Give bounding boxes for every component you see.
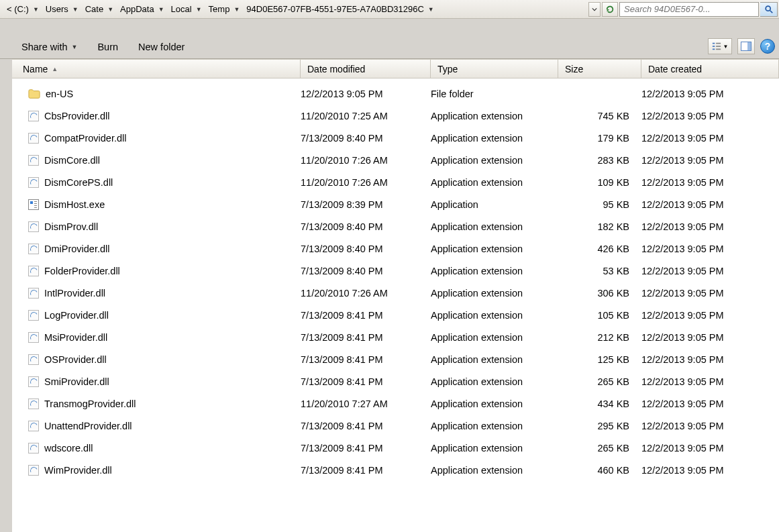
column-date-created[interactable]: Date created bbox=[641, 60, 779, 78]
file-type: Application extension bbox=[431, 177, 558, 188]
breadcrumb-segment[interactable]: Users▼ bbox=[43, 2, 83, 17]
file-date-modified: 11/20/2010 7:27 AM bbox=[301, 398, 431, 409]
dll-icon bbox=[28, 288, 39, 299]
dll-icon bbox=[28, 332, 39, 343]
file-name: en-US bbox=[46, 89, 73, 99]
file-row[interactable]: DismProv.dll7/13/2009 8:40 PMApplication… bbox=[12, 215, 779, 237]
search-button[interactable] bbox=[760, 2, 778, 17]
chevron-down-icon: ▼ bbox=[107, 6, 113, 13]
svg-rect-4 bbox=[712, 46, 715, 47]
file-date-modified: 11/20/2010 7:26 AM bbox=[301, 155, 431, 166]
file-type: Application extension bbox=[431, 465, 558, 476]
breadcrumb-label: Users bbox=[46, 4, 68, 14]
file-row[interactable]: CompatProvider.dll7/13/2009 8:40 PMAppli… bbox=[12, 127, 779, 149]
file-date-created: 12/2/2013 9:05 PM bbox=[641, 111, 779, 121]
file-size: 265 KB bbox=[558, 376, 641, 387]
file-row[interactable]: DismCore.dll11/20/2010 7:26 AMApplicatio… bbox=[12, 149, 779, 171]
file-type: Application extension bbox=[431, 288, 558, 299]
breadcrumb-segment[interactable]: AppData▼ bbox=[117, 2, 168, 17]
file-row[interactable]: DismCorePS.dll11/20/2010 7:26 AMApplicat… bbox=[12, 171, 779, 193]
chevron-down-icon: ▼ bbox=[428, 6, 434, 13]
new-folder-button[interactable]: New folder bbox=[137, 40, 186, 54]
column-size[interactable]: Size bbox=[558, 60, 641, 78]
file-row[interactable]: LogProvider.dll7/13/2009 8:41 PMApplicat… bbox=[12, 304, 779, 326]
file-row[interactable]: DmiProvider.dll7/13/2009 8:40 PMApplicat… bbox=[12, 237, 779, 260]
breadcrumb-label: Temp bbox=[209, 4, 230, 14]
file-date-modified: 11/20/2010 7:26 AM bbox=[301, 177, 431, 188]
file-size: 105 KB bbox=[558, 310, 641, 321]
file-type: Application extension bbox=[431, 221, 558, 232]
file-date-modified: 7/13/2009 8:40 PM bbox=[301, 133, 431, 144]
burn-button[interactable]: Burn bbox=[96, 40, 119, 54]
file-date-created: 12/2/2013 9:05 PM bbox=[641, 465, 779, 476]
file-type: Application extension bbox=[431, 443, 558, 454]
file-row[interactable]: OSProvider.dll7/13/2009 8:41 PMApplicati… bbox=[12, 348, 779, 370]
breadcrumb[interactable]: < (C:)▼Users▼Cate▼AppData▼Local▼Temp▼94D… bbox=[1, 2, 588, 17]
column-type-label: Type bbox=[437, 64, 458, 74]
file-date-created: 12/2/2013 9:05 PM bbox=[641, 354, 779, 365]
file-name: CbsProvider.dll bbox=[44, 111, 110, 121]
file-row[interactable]: IntlProvider.dll11/20/2010 7:26 AMApplic… bbox=[12, 282, 779, 304]
address-dropdown[interactable] bbox=[588, 2, 601, 17]
search-input[interactable] bbox=[620, 4, 758, 14]
file-row[interactable]: SmiProvider.dll7/13/2009 8:41 PMApplicat… bbox=[12, 370, 779, 392]
new-folder-label: New folder bbox=[138, 42, 185, 52]
column-type[interactable]: Type bbox=[431, 60, 558, 78]
file-size: 745 KB bbox=[558, 111, 641, 121]
chevron-down-icon: ▼ bbox=[72, 44, 78, 50]
file-size: 283 KB bbox=[558, 155, 641, 166]
file-row[interactable]: CbsProvider.dll11/20/2010 7:25 AMApplica… bbox=[12, 105, 779, 127]
breadcrumb-label: AppData bbox=[120, 4, 154, 14]
breadcrumb-segment[interactable]: Cate▼ bbox=[83, 2, 117, 17]
file-row[interactable]: WimProvider.dll7/13/2009 8:41 PMApplicat… bbox=[12, 459, 779, 481]
column-size-label: Size bbox=[565, 64, 583, 74]
dll-icon bbox=[28, 244, 39, 254]
file-row[interactable]: wdscore.dll7/13/2009 8:41 PMApplication … bbox=[12, 437, 779, 459]
help-button[interactable]: ? bbox=[760, 39, 775, 54]
dll-icon bbox=[28, 310, 39, 321]
file-date-created: 12/2/2013 9:05 PM bbox=[641, 199, 779, 210]
column-date-modified[interactable]: Date modified bbox=[301, 60, 431, 78]
view-options-button[interactable]: ▼ bbox=[708, 38, 732, 54]
breadcrumb-label: Local bbox=[171, 4, 192, 14]
svg-rect-5 bbox=[716, 46, 721, 47]
file-type: Application extension bbox=[431, 244, 558, 254]
search-box[interactable] bbox=[619, 2, 759, 17]
file-type: Application extension bbox=[431, 398, 558, 409]
svg-point-0 bbox=[766, 6, 770, 11]
file-row[interactable]: MsiProvider.dll7/13/2009 8:41 PMApplicat… bbox=[12, 326, 779, 348]
breadcrumb-label: Cate bbox=[85, 4, 103, 14]
file-list: Name ▲ Date modified Type Size Date crea… bbox=[12, 59, 779, 532]
file-date-modified: 7/13/2009 8:40 PM bbox=[301, 221, 431, 232]
svg-rect-7 bbox=[716, 49, 721, 50]
file-row[interactable]: en-US12/2/2013 9:05 PMFile folder12/2/20… bbox=[12, 83, 779, 105]
refresh-button[interactable] bbox=[602, 2, 618, 17]
file-date-modified: 7/13/2009 8:40 PM bbox=[301, 244, 431, 254]
chevron-down-icon: ▼ bbox=[33, 6, 39, 13]
file-date-modified: 7/13/2009 8:39 PM bbox=[301, 199, 431, 210]
file-date-modified: 7/13/2009 8:41 PM bbox=[301, 354, 431, 365]
breadcrumb-segment[interactable]: Local▼ bbox=[168, 2, 206, 17]
file-size: 460 KB bbox=[558, 465, 641, 476]
file-size: 212 KB bbox=[558, 332, 641, 343]
breadcrumb-segment[interactable]: < (C:)▼ bbox=[4, 2, 43, 17]
file-date-modified: 7/13/2009 8:41 PM bbox=[301, 421, 431, 431]
breadcrumb-segment[interactable]: Temp▼ bbox=[206, 2, 244, 17]
file-size: 125 KB bbox=[558, 354, 641, 365]
file-name: DismHost.exe bbox=[44, 199, 105, 210]
svg-rect-6 bbox=[712, 49, 715, 50]
file-row[interactable]: UnattendProvider.dll7/13/2009 8:41 PMApp… bbox=[12, 415, 779, 437]
file-size: 182 KB bbox=[558, 221, 641, 232]
breadcrumb-segment[interactable]: 94D0E567-07FB-4551-97E5-A7A0BD31296C▼ bbox=[244, 2, 437, 17]
preview-pane-button[interactable] bbox=[737, 38, 755, 54]
file-type: Application extension bbox=[431, 376, 558, 387]
file-name: TransmogProvider.dll bbox=[44, 398, 136, 409]
file-row[interactable]: TransmogProvider.dll11/20/2010 7:27 AMAp… bbox=[12, 392, 779, 415]
column-name[interactable]: Name ▲ bbox=[12, 60, 301, 78]
file-row[interactable]: FolderProvider.dll7/13/2009 8:40 PMAppli… bbox=[12, 260, 779, 282]
file-name: MsiProvider.dll bbox=[44, 332, 107, 343]
chevron-down-icon: ▼ bbox=[723, 44, 729, 50]
file-size: 95 KB bbox=[558, 199, 641, 210]
share-with-button[interactable]: Share with ▼ bbox=[20, 40, 79, 54]
file-row[interactable]: DismHost.exe7/13/2009 8:39 PMApplication… bbox=[12, 193, 779, 215]
